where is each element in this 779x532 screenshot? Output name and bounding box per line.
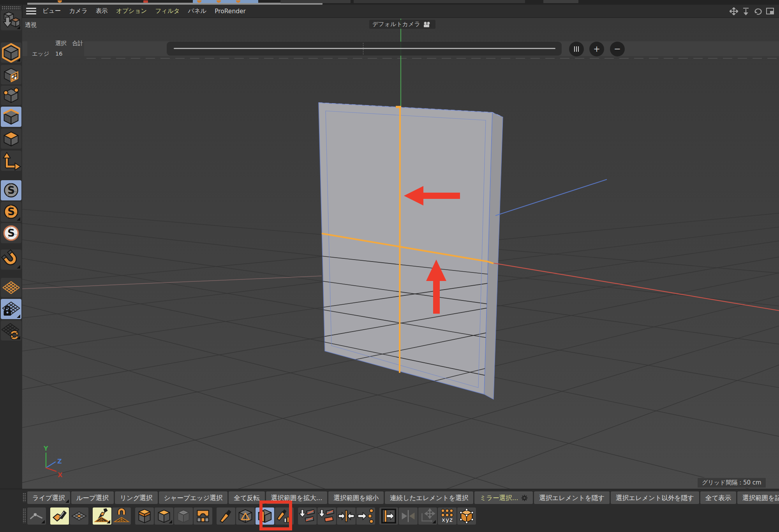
make-editable-button[interactable] <box>1 10 21 30</box>
tessellate-tool[interactable] <box>70 507 88 525</box>
toolbar-fragment <box>280 0 351 3</box>
selection-bar-handle[interactable] <box>23 493 26 502</box>
sharp-edge-selection-button[interactable]: シャープエッジ選択 <box>159 492 228 504</box>
box-tool[interactable] <box>457 507 476 525</box>
menu-prorender[interactable]: ProRender <box>215 8 246 15</box>
hide-unselected-button[interactable]: 選択エレメント以外を隠す <box>611 492 699 504</box>
gear-icon[interactable] <box>521 495 528 501</box>
smooth-shift-icon <box>175 508 192 524</box>
viewport-nav-icons <box>730 7 774 15</box>
polygon-mode-button[interactable] <box>1 128 21 149</box>
view-slider-marker <box>363 43 363 54</box>
loop-selection-button[interactable]: ループ選択 <box>71 492 114 504</box>
bridge-icon <box>194 508 211 524</box>
stitch-and-sew-tool[interactable] <box>356 507 375 525</box>
solo-hierarchy-button[interactable]: S <box>1 223 21 243</box>
shrink-selection-button[interactable]: 選択範囲を縮小 <box>328 492 384 504</box>
extrude-inner-tool[interactable] <box>155 507 173 525</box>
workplane-grid-icon <box>1 278 21 297</box>
knife-icon <box>217 508 234 524</box>
camera-label-text: デフォルトカメラ <box>372 21 420 28</box>
symmetry-tool[interactable] <box>399 507 418 525</box>
symmetry-mirror-icon <box>400 508 417 524</box>
live-selection-button[interactable]: ライブ選択 <box>27 492 70 504</box>
points-mode-icon <box>1 86 21 105</box>
zoom-out-button[interactable]: − <box>610 42 625 56</box>
toggle-view-layout-icon[interactable] <box>766 7 774 15</box>
menu-view[interactable]: ビュー <box>42 7 61 15</box>
smooth-shift-tool[interactable] <box>174 507 193 525</box>
scene-canvas: Y Z X <box>22 18 779 489</box>
snap-button[interactable] <box>1 249 21 270</box>
select-connected-button[interactable]: 連続したエレメントを選択 <box>385 492 473 504</box>
unhide-all-button[interactable]: 全て表示 <box>700 492 736 504</box>
svg-text:S: S <box>7 206 15 218</box>
viewport-menu-bar: ビュー カメラ 表示 オプション フィルタ パネル ProRender <box>22 5 779 18</box>
rotate-view-icon[interactable] <box>754 7 762 15</box>
move-tool-disabled[interactable] <box>418 507 437 525</box>
lock-workplane-button[interactable] <box>1 299 21 319</box>
hamburger-menu-icon[interactable] <box>26 8 36 14</box>
solo-off-button[interactable]: S <box>1 180 21 200</box>
view-slider-track[interactable] <box>174 48 555 49</box>
menu-filter[interactable]: フィルタ <box>155 7 180 15</box>
brush-tool[interactable] <box>93 507 111 525</box>
mode-palette: S S S <box>0 5 23 532</box>
bottom-command-bars: ライブ選択 ループ選択 リング選択 シャープエッジ選択 全て反転 選択範囲を拡大… <box>0 489 779 532</box>
dolly-view-icon[interactable] <box>742 7 750 15</box>
texture-mode-button[interactable] <box>1 65 21 84</box>
selection-info-box: 選択 合計 エッジ 16 <box>27 37 84 60</box>
bridge-tool[interactable] <box>194 507 212 525</box>
menu-panel[interactable]: パネル <box>188 7 207 15</box>
tessellate-icon <box>70 508 88 524</box>
extrude-tool[interactable] <box>135 507 154 525</box>
weld-tool[interactable] <box>337 507 356 525</box>
edge-cut-icon <box>380 508 397 524</box>
cube-triangle-icon <box>237 508 254 524</box>
melt-tool[interactable] <box>317 507 336 525</box>
svg-text:xyz: xyz <box>441 516 453 523</box>
camera-label[interactable]: デフォルトカメラ <box>369 20 435 29</box>
zoom-in-button[interactable]: + <box>589 42 604 56</box>
menu-options[interactable]: オプション <box>116 7 147 15</box>
axis-mode-button[interactable] <box>1 151 21 171</box>
workplane-button[interactable] <box>1 278 21 297</box>
stitch-sew-icon <box>357 508 374 524</box>
edge-mode-button[interactable] <box>1 107 21 127</box>
poly-cut-cone-tool[interactable] <box>236 507 255 525</box>
camera-icon <box>423 21 432 28</box>
view-options-button[interactable] <box>569 42 584 56</box>
magnet-mesh-icon <box>113 508 130 524</box>
knife-tool[interactable] <box>217 507 235 525</box>
annotation-highlight-rect <box>259 500 292 530</box>
view-projection-label[interactable]: 透視 <box>22 21 39 30</box>
viewport-3d[interactable]: Y Z X 透視 選択 合計 エッジ 16 + − デフォルトカメラ <box>22 18 779 489</box>
create-point-tool[interactable] <box>27 507 46 525</box>
solo-single-button[interactable]: S <box>1 202 21 222</box>
edge-cut-tool[interactable] <box>379 507 398 525</box>
ring-selection-button[interactable]: リング選択 <box>115 492 158 504</box>
menu-display[interactable]: 表示 <box>96 7 108 15</box>
store-selection-button[interactable]: 選択範囲を記録 <box>737 492 779 504</box>
axis-label-x: X <box>58 471 63 479</box>
pan-view-icon[interactable] <box>730 7 738 15</box>
svg-text:S: S <box>7 227 15 239</box>
tool-bar-handle[interactable] <box>23 508 26 523</box>
plus-icon: + <box>593 44 600 54</box>
points-mode-button[interactable] <box>1 86 21 105</box>
set-point-value-tool[interactable]: xyz <box>438 507 456 525</box>
menu-camera[interactable]: カメラ <box>69 7 88 15</box>
palette-drag-handle[interactable] <box>2 6 20 10</box>
bars-icon <box>574 46 579 52</box>
mirror-selection-button[interactable]: ミラー選択... <box>474 492 533 504</box>
dissolve-tool[interactable] <box>298 507 317 525</box>
toolbar-fragment <box>354 0 525 3</box>
polygon-pen-tool[interactable] <box>50 507 69 525</box>
planar-workplane-button[interactable] <box>1 320 21 341</box>
xyz-points-icon: xyz <box>439 508 456 524</box>
model-mode-button[interactable] <box>1 42 21 63</box>
grid-spacing-label: グリッド間隔 : 50 cm <box>697 478 766 488</box>
axis-label-y: Y <box>43 445 48 452</box>
hide-selected-button[interactable]: 選択エレメントを隠す <box>534 492 610 504</box>
magnet-tool[interactable] <box>112 507 131 525</box>
